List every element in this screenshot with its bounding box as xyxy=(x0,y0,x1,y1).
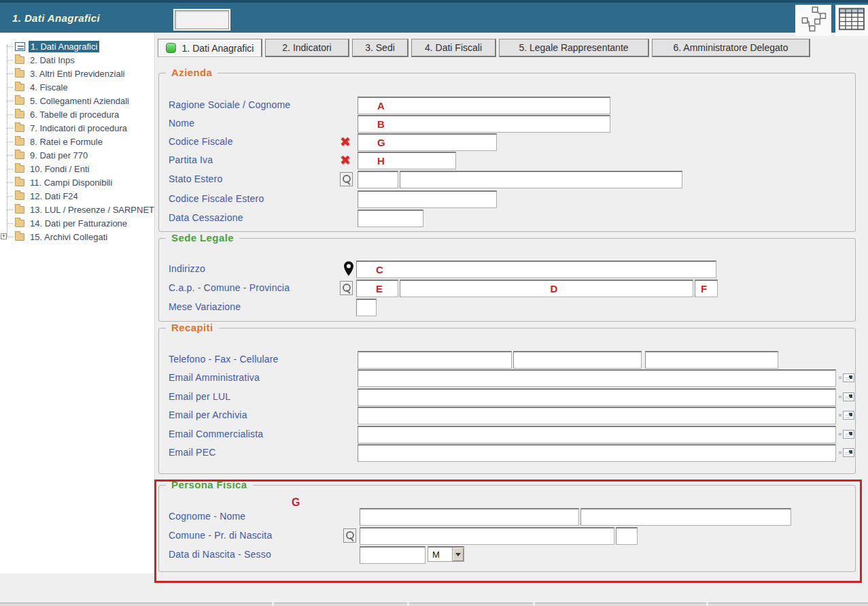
form-row: Cognome - Nome xyxy=(159,503,855,520)
folder-icon xyxy=(15,179,24,186)
field-label: Codice Fiscale xyxy=(169,136,233,147)
nome-pf-input[interactable] xyxy=(580,508,791,526)
bottom-toolbar-edge xyxy=(0,603,868,606)
nome-input[interactable] xyxy=(358,115,610,133)
form-row: Email per Archivia xyxy=(159,407,855,424)
email-icon[interactable] xyxy=(843,448,854,457)
stato-estero-code-input[interactable] xyxy=(358,171,398,188)
folder-icon xyxy=(15,70,24,78)
search-lookup-icon[interactable] xyxy=(340,281,353,295)
field-label: Partita Iva xyxy=(169,154,213,165)
field-label: Data Cessazione xyxy=(169,212,243,223)
form-row: Partita Iva ✖ xyxy=(159,152,855,169)
folder-icon xyxy=(15,206,24,214)
sidebar-item-tabelle[interactable]: 6. Tabelle di procedura xyxy=(0,107,154,121)
sidebar-item-dati-f24[interactable]: 12. Dati F24 xyxy=(0,189,154,203)
comune-input[interactable] xyxy=(400,280,693,297)
mese-variazione-input[interactable] xyxy=(356,299,377,316)
sidebar-item-ratei[interactable]: 8. Ratei e Formule xyxy=(0,135,154,148)
sidebar-item-collegamenti[interactable]: 5. Collegamenti Aziendali xyxy=(0,94,154,107)
tab-sedi[interactable]: 3. Sedi xyxy=(352,39,409,57)
form-row: Comune - Pr. di Nascita xyxy=(159,527,855,545)
tab-dati-anagrafici[interactable]: 1. Dati Anagrafici xyxy=(158,39,262,57)
section-azienda: Azienda Ragione Sociale / Cognome Nome C… xyxy=(158,73,856,232)
data-nascita-input[interactable] xyxy=(360,546,426,564)
sidebar-item-fiscale[interactable]: 4. Fiscale xyxy=(0,80,154,94)
field-label: Codice Fiscale Estero xyxy=(169,193,264,204)
sidebar-item-lul-presenze[interactable]: 13. LUL / Presenze / SARPNET xyxy=(0,203,154,216)
sidebar-item-campi-disponibili[interactable]: 11. Campi Disponibili xyxy=(0,175,154,189)
email-amministrativa-input[interactable] xyxy=(358,369,836,387)
partita-iva-input[interactable] xyxy=(358,152,456,169)
chevron-down-icon[interactable] xyxy=(452,548,464,561)
stato-estero-desc-input[interactable] xyxy=(400,171,682,188)
form-row: Codice Fiscale Estero xyxy=(159,190,855,208)
codice-fiscale-estero-input[interactable] xyxy=(358,190,497,208)
field-label: Comune - Pr. di Nascita xyxy=(169,530,272,541)
indirizzo-input[interactable] xyxy=(356,260,716,278)
email-pec-input[interactable] xyxy=(358,444,836,462)
folder-icon xyxy=(15,84,24,91)
provincia-nascita-input[interactable] xyxy=(616,527,638,545)
codice-fiscale-input[interactable] xyxy=(358,133,497,151)
folder-icon xyxy=(15,111,24,118)
fax-input[interactable] xyxy=(513,351,642,369)
email-archivia-input[interactable] xyxy=(358,407,836,424)
tab-legale-rappresentante[interactable]: 5. Legale Rappresentante xyxy=(499,39,649,57)
comune-nascita-input[interactable] xyxy=(360,527,614,545)
email-icon[interactable] xyxy=(843,411,854,420)
tab-dati-fiscali[interactable]: 4. Dati Fiscali xyxy=(411,39,496,57)
sidebar-item-altri-enti[interactable]: 3. Altri Enti Previdenziali xyxy=(0,67,154,80)
tab-amministratore-delegato[interactable]: 6. Amministratore Delegato xyxy=(652,39,810,57)
search-lookup-icon[interactable] xyxy=(343,528,356,543)
header-input[interactable] xyxy=(175,10,229,29)
sidebar-item-fondi-enti[interactable]: 10. Fondi / Enti xyxy=(0,162,154,175)
provincia-input[interactable] xyxy=(695,280,718,297)
form-row: Email per LUL xyxy=(159,388,855,406)
sidebar-item-dati-770[interactable]: 9. Dati per 770 xyxy=(0,148,154,162)
sesso-select[interactable]: M xyxy=(428,546,464,562)
section-title: Persona Fisica xyxy=(166,479,253,490)
form-row: Ragione Sociale / Cognome xyxy=(159,97,855,114)
sidebar-item-indicatori[interactable]: 7. Indicatori di procedura xyxy=(0,121,154,135)
section-recapiti: Recapiti Telefono - Fax - Cellulare Emai… xyxy=(158,328,856,474)
email-icon[interactable] xyxy=(843,430,854,439)
field-label: Indirizzo xyxy=(169,263,205,274)
telefono-input[interactable] xyxy=(358,351,512,369)
form-row: Codice Fiscale ✖ xyxy=(159,133,855,151)
sidebar-item-fatturazione[interactable]: 14. Dati per Fatturazione xyxy=(0,216,154,230)
form-row: Indirizzo xyxy=(159,260,855,278)
data-table-icon xyxy=(838,7,865,34)
field-label: C.a.p. - Comune - Provincia xyxy=(169,282,290,293)
field-label: Email per Archivia xyxy=(169,409,247,420)
folder-icon xyxy=(15,152,24,159)
search-lookup-icon[interactable] xyxy=(340,172,353,186)
form-row: C.a.p. - Comune - Provincia xyxy=(159,280,855,297)
field-label: Email per LUL xyxy=(169,391,230,402)
email-icon[interactable] xyxy=(843,392,854,401)
email-commercialista-input[interactable] xyxy=(358,426,836,443)
sidebar-item-dati-anagrafici[interactable]: 1. Dati Anagrafici xyxy=(0,39,154,53)
cognome-input[interactable] xyxy=(360,508,579,526)
folder-icon xyxy=(15,233,24,241)
cap-input[interactable] xyxy=(356,280,398,297)
tab-indicatori[interactable]: 2. Indicatori xyxy=(265,39,349,57)
flowchart-button[interactable] xyxy=(795,5,831,36)
expand-plus-icon[interactable] xyxy=(1,233,7,239)
cellulare-input[interactable] xyxy=(645,351,778,369)
field-label: Nome xyxy=(169,118,194,129)
form-row: Telefono - Fax - Cellulare xyxy=(159,351,855,369)
data-table-button[interactable] xyxy=(835,5,868,36)
field-label: Stato Estero xyxy=(169,173,222,184)
section-persona-fisica: Persona Fisica G Cognome - Nome Comune -… xyxy=(158,485,856,572)
sidebar-item-dati-inps[interactable]: 2. Dati Inps xyxy=(0,53,154,67)
navigation-tree: 1. Dati Anagrafici 2. Dati Inps 3. Altri… xyxy=(0,33,154,243)
email-icon[interactable] xyxy=(843,373,854,382)
sidebar-item-archivi-collegati[interactable]: 15. Archivi Collegati xyxy=(0,230,154,243)
data-cessazione-input[interactable] xyxy=(358,209,423,227)
form-row: Stato Estero xyxy=(159,171,855,188)
red-x-icon: ✖ xyxy=(338,152,353,167)
ragione-sociale-input[interactable] xyxy=(358,97,610,114)
email-lul-input[interactable] xyxy=(358,388,836,406)
location-pin-icon xyxy=(343,260,354,277)
